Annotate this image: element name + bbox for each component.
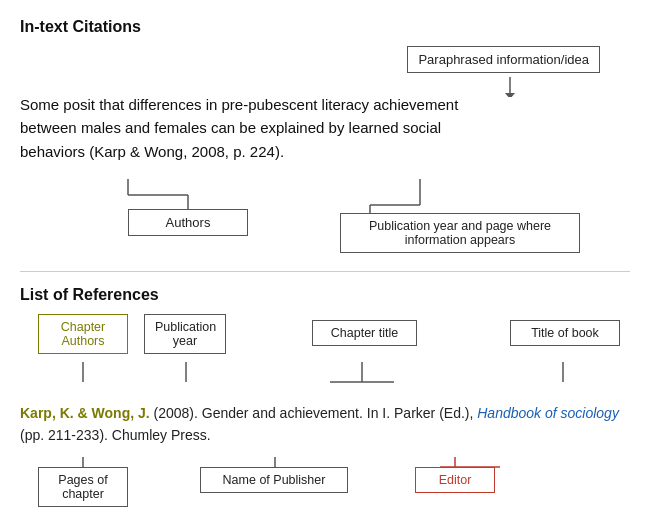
main-text-line3: behaviors (Karp & Wong, 2008, p. 224).: [20, 143, 284, 160]
chapter-title-box: Chapter title: [312, 320, 417, 346]
main-text-container: Some posit that differences in pre-pubes…: [20, 77, 630, 163]
chapter-authors-box: Chapter Authors: [38, 314, 128, 354]
main-text: Some posit that differences in pre-pubes…: [20, 93, 630, 163]
title-book-box: Title of book: [510, 320, 620, 346]
pub-year-label: Publication year: [155, 320, 216, 348]
name-publisher-box: Name of Publisher: [200, 467, 348, 493]
ref-labels-container: Chapter Authors Publication year Chapter…: [20, 314, 630, 402]
pub-year-ref-box: Publication year: [144, 314, 226, 354]
paraphrase-row: Paraphrased information/idea: [20, 46, 630, 73]
paraphrase-box: Paraphrased information/idea: [407, 46, 600, 73]
references-section: List of References Chapter Authors Publi…: [20, 286, 630, 507]
pub-year-box: Publication year and page where informat…: [340, 213, 580, 253]
reference-text: Karp, K. & Wong, J. (2008). Gender and a…: [20, 402, 630, 447]
ref-year-text: (2008). Gender and achievement. In I. Pa…: [150, 405, 478, 421]
authors-box: Authors: [128, 209, 248, 236]
editor-box: Editor: [415, 467, 495, 493]
in-text-title: In-text Citations: [20, 18, 630, 36]
main-text-line2: between males and females can be explain…: [20, 119, 441, 136]
ref-bottom-labels-container: Pages of chapter Name of Publisher Edito…: [20, 457, 630, 507]
ref-book-title: Handbook of sociology: [477, 405, 619, 421]
pages-chapter-label: Pages of chapter: [58, 473, 107, 501]
ref-rest-text: (pp. 211-233). Chumley Press.: [20, 427, 211, 443]
references-title: List of References: [20, 286, 630, 304]
pages-chapter-box: Pages of chapter: [38, 467, 128, 507]
in-text-section: In-text Citations Paraphrased informatio…: [20, 18, 630, 247]
main-text-line1: Some posit that differences in pre-pubes…: [20, 96, 458, 113]
section-divider: [20, 271, 630, 272]
annotation-row: Authors Publication year and page where …: [20, 177, 630, 247]
ref-authors: Karp, K. & Wong, J.: [20, 405, 150, 421]
